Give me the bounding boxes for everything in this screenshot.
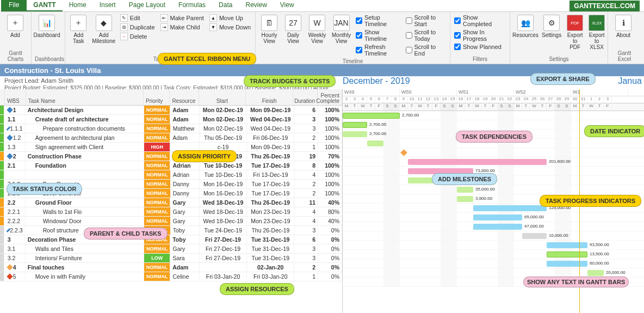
add-task-button[interactable]: ＋ Add Task [69,14,89,55]
gantt-bar[interactable] [547,261,587,267]
tab-review[interactable]: Review [239,0,273,11]
table-row[interactable]: 1.1Create draft of architectureNORMALAda… [0,115,342,124]
table-row[interactable]: 2.2.2Windows/ DoorNORMALGaryWed 18-Dec-1… [0,217,342,226]
move-up-button[interactable]: ▲Move Up [208,14,252,22]
gantt-bar[interactable] [473,214,522,220]
table-row[interactable]: 1.3Sign agreement with ClientHIGHc-19Mon… [0,143,342,152]
table-row[interactable]: 2.2.1Walls to 1st FloNORMALGaryWed 18-De… [0,207,342,217]
duplicate-button[interactable]: ⧉Duplicate [119,23,156,32]
monthly-view-button[interactable]: JANMonthly View [331,14,352,57]
gantt-bar[interactable] [547,251,587,257]
gantt-bar[interactable] [473,205,547,211]
tab-gantt[interactable]: GANTT [27,0,62,11]
settings-button[interactable]: ⚙Settings [541,14,562,55]
gear-icon: ⚙ [543,15,560,31]
xlsx-icon: XLSX [589,15,605,31]
people-icon: 👥 [517,15,534,31]
gantt-bar[interactable] [473,224,522,230]
tab-pagelayout[interactable]: Page Layout [122,0,172,11]
milestone-marker[interactable] [400,149,407,156]
move-down-button[interactable]: ▼Move Down [208,23,252,32]
table-row[interactable]: 5Move in with FamilyNORMALCelineFri 03-J… [0,272,342,281]
gantt-row: 201,800.00 [343,157,644,167]
outdent-icon: ⇤ [160,14,168,22]
add-chart-button[interactable]: ＋ Add [3,14,27,49]
scroll-end-check[interactable]: Scroll to End [405,43,447,57]
info-icon: ℹ [615,15,631,31]
tab-strip: File GANTT Home Insert Page Layout Formu… [0,0,644,12]
gantt-row: 80,000.00 [343,259,644,268]
show-inprogress-check[interactable]: Show In Progress [454,28,506,42]
setup-timeline-check[interactable]: Setup Timeline [355,14,401,28]
hourly-view-button[interactable]: 🗓Hourly View [259,14,280,57]
show-planned-check[interactable]: Show Planned [454,43,506,51]
weekly-view-button[interactable]: WWeekly View [307,14,327,57]
tab-formulas[interactable]: Formulas [172,0,212,11]
table-row[interactable]: NORMALAdrianTue 10-Dec-19Fri 13-Dec-1941… [0,170,342,180]
show-completed-check[interactable]: Show Completed [454,14,506,28]
table-row[interactable]: 1.1.1Prepare construction documentsNORMA… [0,124,342,133]
tab-insert[interactable]: Insert [93,0,122,11]
table-row[interactable]: 2Construction PhaseNORMALAdamTue 10-Dec-… [0,152,342,161]
callout-showtext: SHOW ANY TEXT IN GANTT BARS [523,277,629,287]
gantt-row: 47,000.00 [343,222,644,231]
day-header: 2345678910111213141516171819202122232425… [343,96,644,103]
callout-date: DATE INDICATOR [584,125,644,137]
gantt-bar[interactable] [408,159,547,165]
calendar-icon: 27 [285,15,301,31]
gantt-bar[interactable] [343,131,367,137]
gantt-bar[interactable] [343,122,367,128]
gantt-bar[interactable] [457,187,473,193]
scroll-today-check[interactable]: Scroll to Today [405,28,447,42]
dow-header: MTWTFSSMTWTFSSMTWTFSSMTWTFSSMTWTF [343,103,644,111]
minus-icon: − [120,33,128,40]
gantt-row: 16,000.00 [343,231,644,241]
gantt-bar[interactable] [457,196,473,202]
table-row[interactable]: 2.1FoundationNORMALAdrianTue 10-Dec-19Tu… [0,161,342,170]
gantt-bar[interactable] [367,140,383,146]
export-xlsx-button[interactable]: XLSXExport to XLSX [587,14,606,55]
gantt-bar[interactable] [343,113,400,119]
callout-ribbon: GANTT EXCEL RIBBON MENU [158,53,256,65]
dashboard-button[interactable]: 📊 Dashboard [35,14,59,55]
add-milestone-button[interactable]: ◆ Add Milestone [92,14,116,55]
gantt-row: 93,500.00 [343,241,644,250]
gantt-bar[interactable] [547,242,587,248]
tab-view[interactable]: View [274,0,301,11]
arrow-up-icon: ▲ [209,14,217,22]
table-row[interactable]: 3Decoration PhaseNORMALTobyFri 27-Dec-19… [0,235,342,244]
tab-data[interactable]: Data [212,0,239,11]
delete-button[interactable]: −Delete [119,32,156,41]
callout-track: TRACK BUDGETS & COSTS [244,75,336,87]
about-button[interactable]: ℹAbout [611,14,635,49]
edit-button[interactable]: ✎Edit [119,14,156,22]
table-row[interactable]: 3.1Walls and TilesNORMALGaryFri 27-Dec-1… [0,244,342,254]
export-pdf-button[interactable]: PDFExport to PDF [566,14,584,55]
copy-icon: ⧉ [120,23,128,31]
make-parent-button[interactable]: ⇤Make Parent [159,14,205,22]
tab-home[interactable]: Home [63,0,93,11]
resources-button[interactable]: 👥Resources [513,14,537,55]
make-child-button[interactable]: ⇥Make Child [159,23,205,32]
table-row[interactable]: 1Architectural DesignNORMALAdamMon 02-De… [0,106,342,115]
callout-dependencies: TASK DEPENDENCIES [456,131,532,143]
task-table: WBS Task Name Priority Resource Start Fi… [0,89,343,313]
scroll-start-check[interactable]: Scroll to Start [405,14,447,28]
callout-priority: ASSIGN PRIORITY [172,150,237,162]
table-row[interactable]: 2.2.3Roof structureNORMALTobyTue 24-Dec-… [0,226,342,235]
refresh-timeline-check[interactable]: Refresh Timeline [355,43,401,57]
table-header: WBS Task Name Priority Resource Start Fi… [0,89,342,106]
table-row[interactable]: 3.2Interiors/ FurnitureLOWSaraFri 27-Dec… [0,254,342,263]
gantt-bar[interactable] [522,233,547,239]
tab-file[interactable]: File [1,0,27,11]
month-next: Janua [618,76,642,86]
show-timeline-check[interactable]: Show Timeline [355,28,401,42]
callout-parentchild: PARENT & CHILD TASKS [84,228,168,240]
table-row[interactable]: 4Final touchesNORMALAdam02-Jan-2020% [0,263,342,272]
gantt-bar[interactable] [587,270,604,276]
daily-view-button[interactable]: 27Daily View [283,14,304,57]
pencil-icon: ✎ [120,14,128,22]
table-row[interactable]: 2.2Ground FloorNORMALGaryWed 18-Dec-19Th… [0,198,342,207]
table-row[interactable]: 1.2Agreement to architectural planNORMAL… [0,133,342,143]
calendar-icon: 🗓 [261,15,277,31]
